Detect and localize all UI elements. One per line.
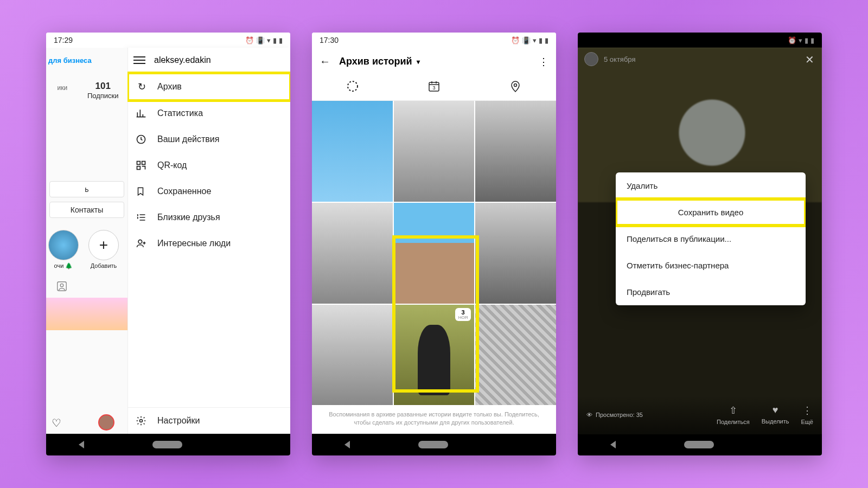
svg-rect-5 [137,166,141,170]
stat-cut: ики [55,81,69,100]
stat-number: 101 [87,81,119,92]
contacts-button[interactable]: Контакты [49,202,124,218]
archive-tabs: 3 [312,75,556,101]
date-badge: 3 НОЯ [455,308,471,322]
menu-item-actions[interactable]: Ваши действия [128,126,290,152]
archive-footer-text: Воспоминания в архиве разванные истории … [312,405,556,434]
status-time: 17:29 [54,36,73,44]
archive-cell[interactable] [394,101,475,202]
heart-circle-icon: ♥ [773,404,778,416]
menu-item-saved[interactable]: Сохраненное [128,178,290,204]
archive-cell[interactable] [312,203,393,304]
highlight-thumb [48,230,79,260]
archive-cell[interactable] [394,203,475,304]
drawer-username: aleksey.edakin [154,55,211,65]
tab-calendar-icon[interactable]: 3 [427,80,441,93]
tab-reel-icon[interactable] [346,80,359,93]
menu-item-settings[interactable]: Настройки [128,407,290,434]
android-navbar [46,434,290,455]
archive-cell[interactable] [475,203,556,304]
highlight-add[interactable]: + Добавить [88,230,119,269]
action-save-video[interactable]: Сохранить видео [616,199,806,226]
archive-cell[interactable] [475,101,556,202]
date-day: 3 [458,309,468,316]
story-avatar[interactable] [584,52,598,66]
profile-stat-following[interactable]: ики 101 Подписки [46,81,127,100]
svg-point-1 [60,284,63,287]
menu-item-people[interactable]: Интересные люди [128,230,290,256]
stats-icon [136,108,148,119]
menu-item-close-friends[interactable]: Близкие друзья [128,204,290,230]
wifi-icon: ▾ [533,36,537,44]
archive-header: ← Архив историй ▾ ⋮ [312,48,556,75]
menu-label: Сохраненное [157,187,211,196]
more-label: Ещё [801,419,813,425]
signal-icon: ▮ [539,36,542,44]
wifi-icon: ▾ [799,36,802,44]
menu-label: Архив [157,82,182,92]
svg-rect-0 [58,282,67,291]
back-arrow-icon[interactable]: ← [320,55,330,68]
chevron-down-icon: ▾ [417,58,420,66]
phone-screen-2: 17:30 ⏰ 📳 ▾ ▮ ▮ ← Архив историй ▾ ⋮ 3 [312,33,556,455]
menu-item-stats[interactable]: Статистика [128,100,290,126]
story-share-button[interactable]: ⇧ Поделиться [717,404,750,425]
alarm-icon: ⏰ [245,36,254,44]
nav-back-icon[interactable] [610,441,616,448]
highlight-item[interactable]: очи 🌲 [48,230,79,269]
action-delete[interactable]: Удалить [616,172,806,199]
share-icon: ⇧ [729,404,737,416]
archive-title-dropdown[interactable]: Архив историй ▾ [339,56,420,67]
archive-icon: ↻ [136,81,148,93]
svg-rect-4 [142,162,145,165]
action-promote[interactable]: Продвигать [616,279,806,305]
close-icon[interactable]: ✕ [805,53,814,66]
status-bar: 17:29 ⏰ 📳 ▾ ▮ ▮ [46,33,290,48]
story-views[interactable]: 👁 Просмотрено: 35 [586,412,643,418]
nav-home-icon[interactable] [684,441,714,448]
tab-location-icon[interactable] [509,80,522,93]
status-time: 17:30 [320,36,339,44]
archive-cell[interactable] [475,305,556,406]
menu-label: Статистика [157,108,203,118]
hamburger-icon[interactable] [133,56,145,64]
svg-text:3: 3 [432,85,435,91]
action-share-post[interactable]: Поделиться в публикации... [616,226,806,252]
story-highlight-button[interactable]: ♥ Выделить [762,404,789,425]
story-action-sheet: Удалить Сохранить видео Поделиться в пуб… [616,172,806,305]
archive-cell[interactable] [312,101,393,202]
menu-label: QR-код [157,160,187,170]
phone-screen-1: 17:29 ⏰ 📳 ▾ ▮ ▮ для бизнеса ики 101 Подп… [46,33,290,455]
archive-cell-highlighted[interactable]: 3 НОЯ [394,305,475,406]
battery-icon: ▮ [279,36,283,44]
business-link[interactable]: для бизнеса [46,51,127,74]
menu-item-archive[interactable]: ↻ Архив [128,73,290,100]
wifi-icon: ▾ [267,36,271,44]
action-tag-partner[interactable]: Отметить бизнес-партнера [616,252,806,279]
nav-back-icon[interactable] [79,441,84,448]
archive-cell[interactable] [312,305,393,406]
menu-label: Интересные люди [157,239,231,248]
story-avatar[interactable] [98,414,114,431]
story-footer: 👁 Просмотрено: 35 ⇧ Поделиться ♥ Выделит… [578,396,822,434]
battery-icon: ▮ [810,36,814,44]
menu-item-qr[interactable]: QR-код [128,152,290,178]
alarm-icon: ⏰ [511,36,520,44]
nav-home-icon[interactable] [418,441,448,448]
tagged-tab-icon[interactable] [46,277,127,296]
story-more-button[interactable]: ⋮ Ещё [801,404,813,425]
nav-home-icon[interactable] [152,441,182,448]
android-navbar [578,434,822,455]
highlight-label: Выделить [762,418,789,425]
more-icon[interactable]: ⋮ [539,56,548,68]
clock-icon [136,134,148,145]
side-drawer: aleksey.edakin ↻ Архив Статистика Ваши д… [127,48,290,434]
more-icon: ⋮ [802,404,812,416]
nav-back-icon[interactable] [344,441,350,448]
heart-icon[interactable]: ♡ [52,416,61,429]
story-viewer[interactable]: 5 октября ✕ Удалить Сохранить видео Поде… [578,48,822,434]
archive-grid: 3 НОЯ [312,101,556,405]
post-thumb[interactable] [46,298,127,330]
highlight-label: очи 🌲 [54,262,73,269]
edit-profile-button-cut[interactable]: ь [49,181,124,197]
